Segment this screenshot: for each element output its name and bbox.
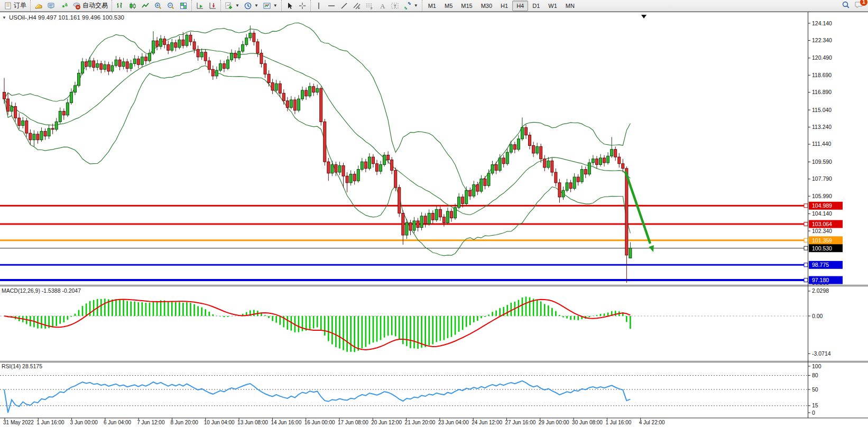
crosshair-button[interactable] (296, 1, 309, 11)
timeframe-h4-button[interactable]: H4 (512, 1, 528, 11)
svg-text:103.064: 103.064 (812, 221, 832, 227)
arrows-button[interactable]: ▼ (401, 1, 420, 11)
timeframe-m15-button[interactable]: M15 (457, 1, 476, 11)
chevron-down-icon[interactable]: ▼ (235, 3, 239, 8)
templates-button[interactable]: ▼ (261, 1, 280, 11)
price-badge-103.064[interactable]: 103.064 (804, 220, 843, 228)
price-badge-101.359[interactable]: 101.359 (804, 236, 843, 244)
chevron-down-icon[interactable]: ▼ (2, 15, 6, 20)
bar-chart-button[interactable] (114, 1, 126, 11)
channel-button[interactable]: E (350, 1, 363, 11)
autoscroll-icon (196, 2, 204, 10)
macd-tick-label: 0.00 (812, 313, 823, 319)
price-tick-label: 109.590 (812, 159, 832, 165)
date-tick-label: 27 Jun 16:00 (505, 420, 536, 425)
mql5-community-button[interactable] (45, 1, 58, 11)
crosshair-icon (298, 2, 307, 10)
timeframe-m1-button[interactable]: M1 (424, 1, 440, 11)
date-tick-label: 24 Jun 12:00 (472, 420, 502, 425)
toolbar-group: M1M5M15M30H1H4D1W1MN (422, 0, 580, 12)
labelT-icon: T (391, 2, 399, 10)
chevron-down-icon[interactable]: ▼ (254, 3, 258, 8)
indicators-button[interactable]: ▼ (223, 1, 242, 11)
text-button[interactable]: A (376, 1, 389, 11)
toolbar-group: EFAT▼ (310, 0, 422, 12)
price-badge-104.989[interactable]: 104.989 (804, 202, 843, 210)
date-tick-label: 21 Jun 20:00 (405, 420, 436, 425)
date-tick-label: 8 Jun 20:00 (171, 420, 199, 425)
chart-area[interactable]: ▼ USOil-,H4 99.497 101.161 99.496 100.53… (0, 12, 868, 428)
gold-icon (34, 2, 43, 10)
rsi-tick-label: 50 (812, 386, 818, 393)
price-tick-label: 124.140 (812, 20, 832, 26)
price-badge-100.53[interactable]: 100.530 (804, 244, 843, 252)
price-badge-98.775[interactable]: 98.775 (804, 261, 843, 269)
signals-button[interactable] (58, 1, 70, 11)
channel-icon: E (353, 2, 361, 10)
chart-title-row: ▼ USOil-,H4 99.497 101.161 99.496 100.53… (2, 14, 124, 21)
date-tick-label: 31 May 2022 (3, 420, 34, 425)
chevron-down-icon[interactable]: ▼ (414, 3, 418, 8)
svg-text:E: E (358, 6, 360, 10)
search-icon[interactable] (842, 1, 850, 11)
tile-windows-button[interactable] (177, 1, 190, 11)
toolbar: 订单自动交易▼▼▼EFAT▼M1M5M15M30H1H4D1W1MN 1 (0, 0, 868, 12)
zoom-out-button[interactable] (164, 1, 177, 11)
price-axis[interactable]: 124.140122.340120.490118.690116.890115.0… (804, 20, 843, 416)
toolbar-group: 订单 (0, 0, 30, 12)
time-axis[interactable]: 31 May 20221 Jun 16:003 Jun 00:006 Jun 0… (3, 418, 665, 425)
auto-scroll-button[interactable] (193, 1, 206, 11)
textA-icon: A (378, 2, 386, 10)
linechart-icon (141, 2, 150, 10)
zoom-in-button[interactable] (152, 1, 164, 11)
charts-gold-button[interactable] (32, 1, 45, 11)
price-tick-label: 105.990 (812, 193, 832, 199)
trendline-button[interactable] (338, 1, 350, 11)
unread-count-badge: 1 (860, 0, 867, 6)
signals-icon (60, 2, 68, 10)
timeframe-d1-button[interactable]: D1 (528, 1, 544, 11)
cursor-icon (285, 2, 294, 10)
toolbar-group (281, 0, 310, 12)
autotrading-button[interactable]: 自动交易 (70, 1, 110, 11)
vertical-line-button[interactable] (312, 1, 325, 11)
rsi-tick-label: 15 (812, 402, 818, 408)
candle-chart-button[interactable] (126, 1, 139, 11)
chevron-down-icon[interactable]: ▼ (273, 3, 278, 8)
price-tick-label: 107.790 (812, 175, 832, 182)
zoom-in-icon (154, 2, 162, 10)
fibo-icon: F (365, 2, 374, 10)
chart-shift-marker[interactable] (641, 15, 647, 18)
chartshift-icon (208, 2, 217, 10)
timeframe-m30-button[interactable]: M30 (477, 1, 496, 11)
chart-shift-button[interactable] (206, 1, 219, 11)
candlesticks (3, 25, 632, 283)
new-order-button[interactable]: 订单 (2, 1, 29, 11)
date-tick-label: 6 Jun 04:00 (104, 420, 132, 425)
date-tick-label: 4 Jul 22:00 (639, 420, 665, 425)
indicators-icon (225, 2, 233, 10)
label-button[interactable]: T (389, 1, 401, 11)
svg-text:100.530: 100.530 (812, 245, 832, 252)
timeframe-w1-button[interactable]: W1 (544, 1, 561, 11)
cursor-button[interactable] (283, 1, 296, 11)
toolbar-group (112, 0, 191, 12)
date-tick-label: 10 Jun 04:00 (204, 420, 235, 425)
fibonacci-button[interactable]: F (363, 1, 376, 11)
price-tick-label: 104.140 (812, 210, 832, 217)
new-order-icon (4, 2, 12, 10)
svg-text:104.989: 104.989 (812, 202, 832, 209)
date-tick-label: 16 Jun 00:00 (304, 420, 335, 425)
line-chart-button[interactable] (139, 1, 152, 11)
timeframe-h1-button[interactable]: H1 (496, 1, 512, 11)
chart-canvas[interactable]: 124.140122.340120.490118.690116.890115.0… (0, 12, 868, 428)
timeframe-mn-button[interactable]: MN (561, 1, 579, 11)
price-badge-97.18[interactable]: 97.180 (804, 276, 843, 284)
horizontal-line-button[interactable] (325, 1, 338, 11)
tile-icon (179, 2, 188, 10)
periods-button[interactable]: ▼ (242, 1, 261, 11)
date-tick-label: 30 Jun 08:00 (572, 420, 603, 425)
timeframe-m5-button[interactable]: M5 (440, 1, 457, 11)
chat-icon[interactable]: 1 (854, 1, 864, 11)
date-tick-label: 1 Jun 16:00 (36, 420, 64, 425)
